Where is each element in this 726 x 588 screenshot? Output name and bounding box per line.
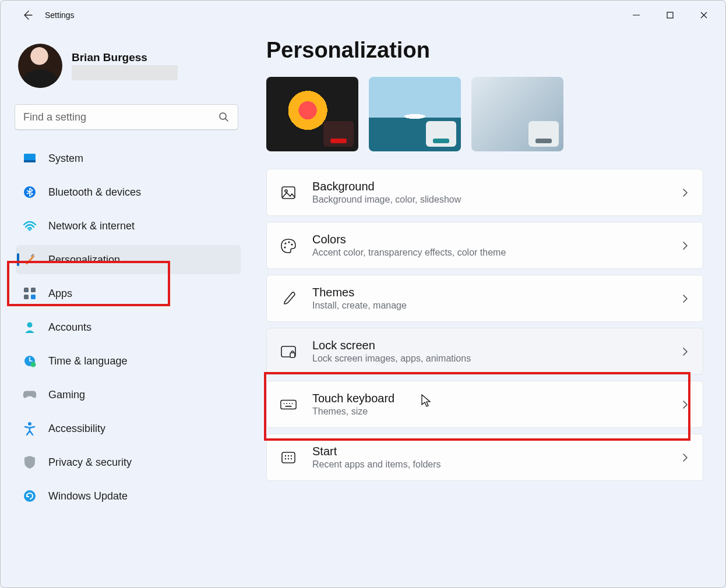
content-area: Personalization Background Background im… (246, 38, 714, 587)
svg-point-24 (284, 403, 285, 404)
window-controls (619, 2, 721, 28)
start-icon (280, 449, 297, 466)
nav-system[interactable]: System (16, 144, 241, 173)
wifi-icon (23, 219, 37, 233)
svg-rect-15 (282, 187, 295, 199)
clock-globe-icon (23, 354, 37, 368)
chevron-right-icon (681, 400, 690, 409)
titlebar: Settings (1, 1, 725, 30)
card-touch-keyboard[interactable]: Touch keyboard Themes, size (266, 381, 703, 428)
svg-point-5 (29, 229, 31, 231)
update-icon (23, 489, 37, 503)
card-title: Background (312, 180, 665, 193)
svg-rect-3 (24, 160, 36, 162)
minimize-icon (632, 11, 640, 19)
user-name: Brian Burgess (72, 51, 178, 64)
svg-point-12 (31, 362, 36, 367)
nav-label: Windows Update (48, 490, 128, 502)
svg-rect-29 (282, 452, 295, 463)
card-title: Start (312, 445, 665, 458)
theme-preview-1[interactable] (266, 77, 358, 151)
svg-point-20 (284, 246, 286, 248)
nav-list: System Bluetooth & devices Network & int… (13, 141, 241, 511)
svg-point-27 (292, 403, 293, 404)
svg-point-17 (284, 242, 286, 244)
back-arrow-icon (22, 9, 33, 21)
user-block[interactable]: Brian Burgess (13, 38, 241, 101)
svg-point-19 (291, 243, 292, 245)
nav-privacy[interactable]: Privacy & security (16, 448, 241, 477)
nav-windows-update[interactable]: Windows Update (16, 481, 241, 511)
nav-personalization[interactable]: Personalization (16, 245, 241, 274)
theme-preview-2[interactable] (369, 77, 461, 151)
palette-icon (280, 237, 297, 254)
card-themes[interactable]: Themes Install, create, manage (266, 275, 703, 322)
nav-network[interactable]: Network & internet (16, 211, 241, 240)
chevron-right-icon (681, 347, 690, 356)
lock-screen-icon (280, 343, 297, 360)
svg-point-34 (288, 458, 289, 459)
system-icon (23, 151, 37, 165)
card-title: Themes (312, 286, 665, 299)
sidebar: Brian Burgess System Bluetooth & devices… (13, 38, 246, 587)
svg-point-35 (291, 458, 292, 459)
svg-point-30 (285, 455, 286, 456)
window-title: Settings (45, 10, 75, 20)
nav-label: Apps (48, 288, 72, 300)
card-subtitle: Accent color, transparency effects, colo… (312, 247, 665, 258)
svg-point-26 (289, 403, 290, 404)
brush-icon (280, 290, 297, 307)
accessibility-icon (23, 421, 37, 435)
card-subtitle: Install, create, manage (312, 300, 665, 311)
chevron-right-icon (681, 188, 690, 197)
svg-point-1 (220, 113, 226, 119)
card-subtitle: Background image, color, slideshow (312, 194, 665, 205)
bluetooth-icon (23, 185, 37, 199)
svg-rect-6 (24, 288, 29, 292)
maximize-button[interactable] (653, 2, 687, 28)
minimize-button[interactable] (619, 2, 653, 28)
paintbrush-icon (23, 253, 37, 267)
card-lock-screen[interactable]: Lock screen Lock screen images, apps, an… (266, 328, 703, 375)
svg-point-18 (288, 241, 290, 243)
card-background[interactable]: Background Background image, color, slid… (266, 169, 703, 216)
nav-apps[interactable]: Apps (16, 279, 241, 308)
apps-icon (23, 286, 37, 300)
svg-rect-7 (31, 288, 36, 292)
chevron-right-icon (681, 453, 690, 462)
maximize-icon (666, 11, 674, 19)
nav-gaming[interactable]: Gaming (16, 380, 241, 409)
back-button[interactable] (15, 2, 40, 28)
svg-point-25 (286, 403, 287, 404)
card-colors[interactable]: Colors Accent color, transparency effect… (266, 222, 703, 269)
card-title: Lock screen (312, 339, 665, 352)
theme-preview-3[interactable] (471, 77, 563, 151)
card-title: Colors (312, 233, 665, 246)
nav-bluetooth[interactable]: Bluetooth & devices (16, 178, 241, 207)
search-icon (218, 111, 230, 123)
svg-rect-9 (31, 295, 36, 299)
close-button[interactable] (687, 2, 721, 28)
shield-icon (23, 455, 37, 469)
search-input[interactable] (23, 111, 218, 123)
nav-label: Accessibility (48, 423, 105, 435)
card-start[interactable]: Start Recent apps and items, folders (266, 434, 703, 481)
user-email-redacted (72, 65, 178, 80)
accounts-icon (23, 320, 37, 334)
nav-label: Bluetooth & devices (48, 186, 141, 199)
nav-accessibility[interactable]: Accessibility (16, 414, 241, 443)
nav-label: Network & internet (48, 220, 135, 232)
theme-previews (266, 77, 703, 151)
nav-accounts[interactable]: Accounts (16, 313, 241, 342)
search-box[interactable] (15, 104, 238, 130)
nav-label: Accounts (48, 321, 91, 334)
card-subtitle: Themes, size (312, 406, 665, 417)
svg-point-31 (288, 455, 289, 456)
svg-point-10 (27, 323, 33, 328)
card-subtitle: Lock screen images, apps, animations (312, 353, 665, 364)
gamepad-icon (23, 388, 37, 402)
card-title: Touch keyboard (312, 392, 665, 405)
nav-time-language[interactable]: Time & language (16, 346, 241, 376)
keyboard-icon (280, 396, 297, 413)
avatar (18, 44, 62, 88)
